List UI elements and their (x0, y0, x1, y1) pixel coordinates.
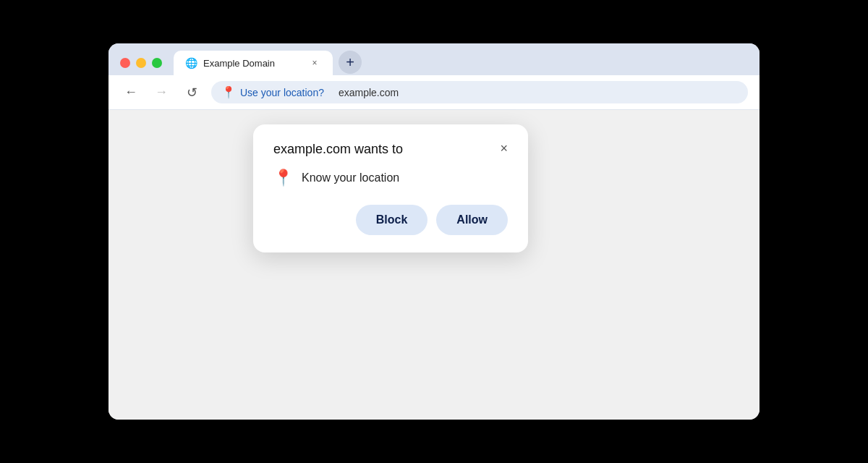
popup-header: example.com wants to × (273, 142, 508, 157)
forward-button[interactable]: → (150, 82, 172, 103)
browser-window: 🌐 Example Domain × + ← → ↺ 📍 Use your lo… (109, 43, 760, 420)
tab-bar: 🌐 Example Domain × + (109, 43, 760, 75)
maximize-window-button[interactable] (152, 58, 162, 68)
back-button[interactable]: ← (120, 82, 142, 103)
window-controls (120, 58, 162, 75)
popup-title: example.com wants to (273, 142, 403, 157)
popup-close-button[interactable]: × (500, 142, 508, 155)
location-active-icon: 📍 (221, 85, 236, 99)
address-domain-text: example.com (339, 87, 399, 98)
popup-location-icon: 📍 (273, 169, 293, 187)
allow-button[interactable]: Allow (436, 205, 508, 235)
browser-tab[interactable]: 🌐 Example Domain × (174, 51, 333, 75)
block-button[interactable]: Block (356, 205, 428, 235)
new-tab-button[interactable]: + (339, 51, 362, 74)
tab-close-button[interactable]: × (308, 56, 321, 69)
permission-popup: example.com wants to × 📍 Know your locat… (253, 124, 528, 252)
popup-permission-text: Know your location (302, 171, 399, 184)
globe-icon: 🌐 (185, 57, 197, 69)
popup-permission-row: 📍 Know your location (273, 169, 508, 187)
close-window-button[interactable] (120, 58, 130, 68)
nav-bar: ← → ↺ 📍 Use your location? example.com (109, 75, 760, 110)
tab-title: Example Domain (203, 58, 302, 69)
address-bar[interactable]: 📍 Use your location? example.com (211, 81, 748, 103)
location-question-text: Use your location? (240, 87, 324, 98)
popup-actions: Block Allow (273, 205, 508, 235)
reload-button[interactable]: ↺ (181, 82, 203, 103)
minimize-window-button[interactable] (136, 58, 146, 68)
page-content: example.com wants to × 📍 Know your locat… (109, 110, 760, 420)
